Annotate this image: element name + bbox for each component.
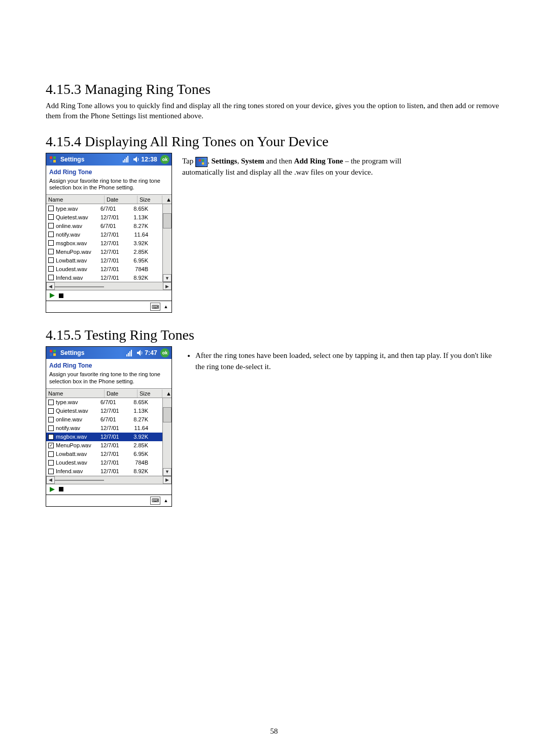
file-row[interactable]: type.wav6/7/018.65K [46, 398, 162, 407]
file-row[interactable]: ✓MenuPop.wav12/7/012.85K [46, 441, 162, 450]
file-name: MenuPop.wav [56, 442, 100, 448]
horizontal-scrollbar[interactable]: ◀ ▶ [46, 476, 172, 484]
scroll-right-button[interactable]: ▶ [163, 476, 172, 484]
file-checkbox[interactable] [48, 460, 54, 466]
file-row[interactable]: online.wav6/7/018.27K [46, 221, 162, 230]
file-row[interactable]: Lowbatt.wav12/7/016.95K [46, 450, 162, 458]
screen-instruction: Assign your favorite ring tone to the ri… [46, 178, 172, 195]
file-row[interactable]: msgbox.wav12/7/013.92K [46, 433, 162, 441]
file-row[interactable]: Quietest.wav12/7/011.13K [46, 213, 162, 221]
file-size: 6.95K [129, 257, 148, 264]
file-row[interactable]: online.wav6/7/018.27K [46, 415, 162, 424]
file-date: 12/7/01 [100, 257, 129, 264]
file-row[interactable]: Loudest.wav12/7/01784B [46, 265, 162, 273]
column-header-size[interactable]: Size [138, 389, 162, 398]
column-header-name[interactable]: Name [46, 195, 105, 204]
file-name: type.wav [56, 206, 100, 212]
volume-icon[interactable] [136, 349, 144, 356]
keyboard-icon[interactable]: ⌨ [150, 497, 160, 505]
stop-button[interactable] [58, 293, 64, 299]
svg-rect-13 [50, 353, 52, 356]
scroll-left-button[interactable]: ◀ [46, 282, 55, 290]
svg-marker-5 [50, 293, 55, 298]
file-row[interactable]: msgbox.wav12/7/013.92K [46, 239, 162, 247]
file-checkbox[interactable] [48, 249, 54, 254]
file-date: 6/7/01 [100, 416, 129, 422]
file-checkbox[interactable] [48, 434, 54, 440]
play-button[interactable] [49, 486, 55, 492]
scroll-left-button[interactable]: ◀ [46, 476, 55, 484]
svg-rect-9 [199, 162, 201, 164]
file-checkbox[interactable] [48, 425, 54, 431]
volume-icon[interactable] [133, 156, 140, 163]
horizontal-scrollbar[interactable]: ◀ ▶ [46, 282, 172, 290]
file-row[interactable]: Lowbatt.wav12/7/016.95K [46, 256, 162, 265]
scroll-right-button[interactable]: ▶ [163, 282, 172, 290]
page-number: 58 [0, 727, 548, 736]
file-checkbox[interactable] [48, 257, 54, 263]
sip-up-icon[interactable]: ▲ [162, 303, 169, 310]
vertical-scrollbar[interactable]: ▼ [162, 204, 172, 282]
column-header-name[interactable]: Name [46, 389, 105, 398]
file-checkbox[interactable] [48, 408, 54, 414]
file-name: MenuPop.wav [56, 249, 100, 255]
play-button[interactable] [49, 292, 55, 299]
clock-time[interactable]: 7:47 [145, 349, 157, 356]
file-checkbox[interactable] [48, 275, 54, 280]
sip-footer: ⌨ ▲ [46, 495, 172, 506]
paragraph-displaying-ring-tones: Tap , Settings, System and then Add Ring… [182, 153, 502, 178]
window-title: Settings [60, 156, 84, 163]
file-checkbox[interactable] [48, 266, 54, 272]
window-title: Settings [60, 349, 84, 356]
sip-up-icon[interactable]: ▲ [162, 497, 169, 504]
file-checkbox[interactable] [48, 240, 54, 246]
signal-icon[interactable] [126, 350, 133, 356]
file-size: 8.65K [129, 399, 148, 405]
file-checkbox[interactable] [48, 214, 54, 220]
ok-button[interactable]: ok [160, 155, 169, 164]
file-date: 12/7/01 [100, 232, 129, 238]
file-checkbox[interactable] [48, 417, 54, 422]
scroll-up-button[interactable]: ▲ [162, 389, 175, 398]
file-list-header: Name Date Size ▲ [46, 195, 172, 204]
file-name: Lowbatt.wav [56, 451, 100, 457]
file-checkbox[interactable] [48, 451, 54, 457]
file-row[interactable]: Quietest.wav12/7/011.13K [46, 407, 162, 415]
svg-rect-6 [59, 293, 63, 298]
scroll-down-button[interactable]: ▼ [163, 274, 172, 282]
file-row[interactable]: notify.wav12/7/0111.64 [46, 424, 162, 433]
file-row[interactable]: Infend.wav12/7/018.92K [46, 467, 162, 476]
file-size: 8.92K [129, 275, 148, 281]
file-checkbox[interactable] [48, 400, 54, 405]
file-checkbox[interactable]: ✓ [48, 443, 54, 448]
column-header-size[interactable]: Size [138, 195, 162, 204]
scroll-down-button[interactable]: ▼ [163, 468, 172, 476]
file-row[interactable]: Loudest.wav12/7/01784B [46, 458, 162, 467]
file-row[interactable]: Infend.wav12/7/018.92K [46, 273, 162, 282]
file-row[interactable]: MenuPop.wav12/7/012.85K [46, 247, 162, 256]
file-name: Infend.wav [56, 275, 100, 281]
file-checkbox[interactable] [48, 232, 54, 237]
file-date: 12/7/01 [100, 240, 129, 246]
column-header-date[interactable]: Date [105, 195, 138, 204]
file-name: online.wav [56, 416, 100, 422]
stop-button[interactable] [58, 486, 64, 492]
file-checkbox[interactable] [48, 206, 54, 211]
file-checkbox[interactable] [48, 469, 54, 474]
column-header-date[interactable]: Date [105, 389, 138, 398]
svg-rect-1 [53, 156, 56, 159]
signal-icon[interactable] [123, 156, 130, 162]
ok-button[interactable]: ok [160, 348, 169, 357]
start-flag-icon[interactable] [48, 155, 57, 164]
file-name: Quietest.wav [56, 408, 100, 414]
start-flag-icon[interactable] [48, 348, 57, 357]
scroll-up-button[interactable]: ▲ [162, 195, 175, 204]
vertical-scrollbar[interactable]: ▼ [162, 398, 172, 476]
keyboard-icon[interactable]: ⌨ [150, 303, 160, 311]
clock-time[interactable]: 12:38 [141, 156, 157, 163]
file-size: 2.85K [129, 442, 148, 448]
file-checkbox[interactable] [48, 223, 54, 228]
testing-bullet-item: After the ring tones have been loaded, s… [195, 350, 502, 373]
file-row[interactable]: notify.wav12/7/0111.64 [46, 230, 162, 239]
file-row[interactable]: type.wav6/7/018.65K [46, 204, 162, 213]
